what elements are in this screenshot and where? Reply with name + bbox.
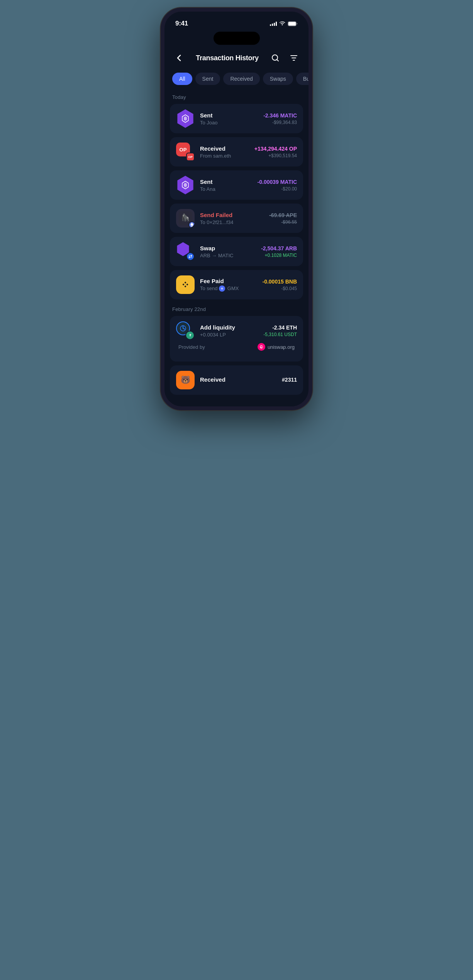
tx-subtitle: To 0×2f21...f34 (200, 219, 264, 225)
tx-title-failed: Send Failed (200, 212, 264, 218)
back-button[interactable] (172, 51, 186, 65)
tx-amounts-sent-matic-ana: -0.00039 MATIC -$20.00 (258, 179, 297, 192)
tx-icon-matic-2 (176, 176, 195, 194)
tx-subtitle: From sam.eth (200, 153, 249, 159)
tx-icon-bnb (176, 275, 195, 294)
tx-subtitle: +0.0034 LP (200, 332, 258, 338)
tab-all[interactable]: All (172, 73, 192, 85)
tx-info-received-op: Received From sam.eth (200, 145, 249, 159)
tx-info-liquidity: Add liquidity +0.0034 LP (200, 324, 258, 338)
tx-icon-swap (176, 242, 195, 261)
search-button[interactable] (268, 51, 282, 65)
tab-sent[interactable]: Sent (195, 73, 220, 85)
tx-amount-secondary: +0.1028 MATIC (261, 253, 297, 258)
tx-amount-secondary: -$96.55 (269, 219, 297, 225)
filter-tabs: All Sent Received Swaps Buy Se (164, 70, 309, 91)
status-time: 9:41 (175, 20, 188, 27)
tx-amounts-sent-matic-joao: -2.346 MATIC -$99,364.83 (263, 112, 297, 125)
tx-amount-secondary: +$390,519.54 (254, 153, 297, 158)
status-icons (270, 21, 298, 26)
section-label-today: Today (170, 91, 303, 104)
tx-amount-primary: -2.34 ETH (263, 324, 297, 331)
tx-row-failed-ape[interactable]: 🦍 Send Failed To 0×2f21...f34 -69.69 APE… (170, 204, 303, 233)
tx-row-fee-bnb[interactable]: Fee Paid To send GMX -0.00015 BNB -$0.04… (170, 270, 303, 299)
tx-amount-primary: -0.00039 MATIC (258, 179, 297, 185)
tx-row-add-liquidity[interactable]: ₮ Add liquidity +0.0034 LP -2.34 ETH -5,… (170, 316, 303, 362)
tx-subtitle: To Joao (200, 120, 258, 126)
header-actions (268, 51, 301, 65)
tx-amounts-fee: -0.00015 BNB -$0.045 (263, 279, 297, 291)
tx-amount-primary: -0.00015 BNB (263, 279, 297, 285)
tx-subtitle: ARB → MATIC (200, 253, 256, 258)
tx-info-received-last: Received (200, 376, 276, 384)
tx-amount-secondary: -$0.045 (263, 286, 297, 291)
dynamic-island (214, 32, 260, 45)
tx-amount-primary: -2.346 MATIC (263, 112, 297, 119)
tx-title: Received (200, 145, 249, 152)
tx-amount-primary: +134,294.424 OP (254, 146, 297, 152)
tx-info-sent-matic-ana: Sent To Ana (200, 178, 252, 192)
svg-marker-6 (184, 183, 187, 187)
tx-subtitle: To send GMX (200, 285, 257, 292)
tx-row-sent-matic-joao[interactable]: Sent To Joao -2.346 MATIC -$99,364.83 (170, 104, 303, 133)
svg-marker-4 (184, 116, 187, 121)
tx-row-received-last[interactable]: 🐻 Received #2311 (170, 365, 303, 395)
tx-row-swap-arb-matic[interactable]: Swap ARB → MATIC -2,504.37 ARB +0.1028 M… (170, 237, 303, 266)
tx-row-received-op[interactable]: OP OP Received From sam.eth +134,294.424… (170, 137, 303, 166)
tx-subtitle: To Ana (200, 186, 252, 192)
tx-title: Received (200, 376, 276, 383)
tx-amounts-received-op: +134,294.424 OP +$390,519.54 (254, 146, 297, 158)
tx-title: Swap (200, 245, 256, 251)
tab-buy[interactable]: Buy (296, 73, 309, 85)
uniswap-label: uniswap.org (268, 344, 295, 350)
phone-frame: 9:41 Transaction Histo (161, 8, 312, 410)
tx-amounts-swap: -2,504.37 ARB +0.1028 MATIC (261, 245, 297, 258)
tx-info-swap: Swap ARB → MATIC (200, 245, 256, 258)
filter-button[interactable] (287, 51, 301, 65)
battery-icon (288, 21, 298, 26)
provided-by-source: uniswap.org (258, 343, 295, 351)
svg-marker-9 (190, 222, 193, 226)
svg-rect-1 (288, 22, 296, 25)
provided-by-label: Provided by (178, 344, 205, 350)
signal-icon (270, 21, 277, 26)
tx-icon-op: OP OP (176, 143, 195, 161)
tx-amount-secondary: -5,310.61 USDT (263, 332, 297, 337)
svg-text:🦍: 🦍 (181, 213, 190, 222)
page-title: Transaction History (196, 54, 258, 62)
status-bar: 9:41 (164, 12, 309, 30)
tx-icon-liq: ₮ (176, 321, 195, 340)
tx-icon-received-last: 🐻 (176, 371, 195, 389)
tx-amount-primary: -2,504.37 ARB (261, 245, 297, 251)
tx-icon-matic-1 (176, 109, 195, 128)
tx-title: Sent (200, 112, 258, 119)
wifi-icon (279, 21, 285, 26)
tx-icon-ape: 🦍 (176, 209, 195, 228)
uniswap-icon (258, 343, 265, 351)
tx-amount-primary: -69.69 APE (269, 212, 297, 218)
tx-row-sent-matic-ana[interactable]: Sent To Ana -0.00039 MATIC -$20.00 (170, 170, 303, 200)
tx-amount-secondary: -$99,364.83 (263, 120, 297, 125)
tx-info-failed-ape: Send Failed To 0×2f21...f34 (200, 212, 264, 225)
section-label-feb22: February 22nd (170, 303, 303, 316)
tx-amounts-failed-ape: -69.69 APE -$96.55 (269, 212, 297, 225)
tx-info-sent-matic-joao: Sent To Joao (200, 112, 258, 126)
svg-text:🐻: 🐻 (181, 375, 190, 384)
tab-swaps[interactable]: Swaps (263, 73, 293, 85)
tx-amounts-liquidity: -2.34 ETH -5,310.61 USDT (263, 324, 297, 337)
tx-title: Sent (200, 178, 252, 185)
tab-received[interactable]: Received (223, 73, 259, 85)
tx-title: Fee Paid (200, 278, 257, 284)
gmx-icon (219, 285, 225, 292)
provided-by-section: Provided by uniswap.org (176, 340, 297, 356)
svg-rect-11 (180, 279, 191, 290)
tx-amount-secondary: -$20.00 (258, 186, 297, 192)
transaction-list: Today Sent To Joao -2.346 MATIC -$99,364… (164, 91, 309, 406)
tx-info-fee: Fee Paid To send GMX (200, 278, 257, 292)
tx-amount-primary: #2311 (282, 377, 297, 383)
tx-amounts-received-last: #2311 (282, 377, 297, 384)
header: Transaction History (164, 45, 309, 70)
tx-title: Add liquidity (200, 324, 258, 331)
